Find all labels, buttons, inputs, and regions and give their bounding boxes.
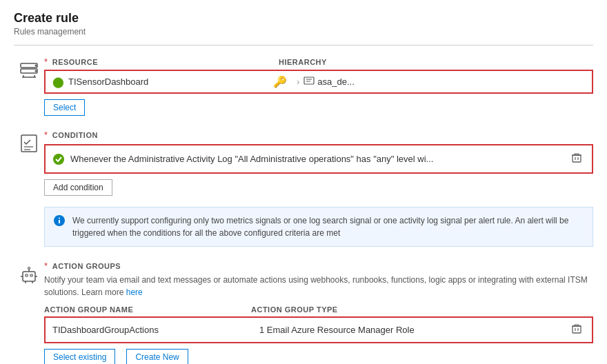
select-resource-button[interactable]: Select bbox=[44, 99, 85, 116]
svg-rect-10 bbox=[21, 135, 37, 152]
hierarchy-label: HIERARCHY bbox=[279, 58, 327, 66]
svg-rect-7 bbox=[304, 77, 314, 84]
svg-rect-31 bbox=[573, 326, 581, 333]
key-icon: 🔑 bbox=[273, 75, 287, 88]
svg-rect-14 bbox=[573, 155, 581, 162]
resource-name-cell: ⬤ TISensorDashboard bbox=[52, 76, 273, 88]
action-groups-description: Notify your team via email and text mess… bbox=[44, 274, 593, 299]
add-condition-button[interactable]: Add condition bbox=[44, 179, 112, 196]
condition-text: Whenever the Administrative Activity Log… bbox=[70, 154, 568, 164]
svg-rect-1 bbox=[21, 69, 37, 73]
create-new-button[interactable]: Create New bbox=[126, 349, 188, 364]
condition-label: CONDITION bbox=[52, 131, 98, 139]
select-existing-button[interactable]: Select existing bbox=[44, 349, 115, 364]
svg-rect-23 bbox=[26, 274, 28, 276]
svg-rect-35 bbox=[575, 325, 579, 326]
ag-data-row: TIDashboardGroupActions 1 Email Azure Re… bbox=[44, 316, 593, 343]
resource-hierarchy-cell: 🔑 › asa_de... bbox=[273, 75, 585, 88]
resource-green-dot-icon: ⬤ bbox=[52, 76, 64, 88]
condition-required-star: * bbox=[44, 130, 48, 140]
header-divider bbox=[14, 45, 593, 46]
action-groups-section: * ACTION GROUPS Notify your team via ema… bbox=[14, 261, 593, 364]
svg-rect-18 bbox=[575, 154, 579, 155]
info-text: We currently support configuring only tw… bbox=[72, 214, 584, 239]
action-groups-required-star: * bbox=[44, 261, 48, 271]
resource-section: * RESOURCE HIERARCHY ⬤ TISensorDashboard… bbox=[14, 57, 593, 116]
svg-rect-22 bbox=[23, 272, 35, 281]
resource-data-row: ⬤ TISensorDashboard 🔑 › asa_de... bbox=[44, 70, 593, 94]
delete-ag-icon[interactable] bbox=[568, 322, 585, 338]
ag-table-header: ACTION GROUP NAME ACTION GROUP TYPE bbox=[44, 305, 593, 314]
action-groups-section-icon bbox=[14, 261, 44, 285]
chevron-right-icon: › bbox=[297, 77, 299, 87]
svg-point-13 bbox=[53, 154, 64, 165]
info-box: We currently support configuring only tw… bbox=[44, 207, 593, 247]
resource-required-star: * bbox=[44, 57, 48, 67]
condition-icon bbox=[18, 132, 40, 154]
condition-row: Whenever the Administrative Activity Log… bbox=[44, 144, 593, 174]
ag-col-type-header: ACTION GROUP TYPE bbox=[251, 305, 593, 314]
action-groups-content: * ACTION GROUPS Notify your team via ema… bbox=[44, 261, 593, 364]
delete-condition-icon[interactable] bbox=[568, 151, 585, 167]
page-title: Create rule bbox=[14, 11, 593, 26]
svg-rect-24 bbox=[30, 274, 32, 276]
svg-point-3 bbox=[35, 70, 37, 72]
resource-section-icon bbox=[14, 57, 44, 81]
ag-name-cell: TIDashboardGroupActions bbox=[52, 325, 259, 335]
resource-icon bbox=[18, 59, 40, 81]
resource-content: * RESOURCE HIERARCHY ⬤ TISensorDashboard… bbox=[44, 57, 593, 116]
page-subtitle: Rules management bbox=[14, 27, 593, 37]
ag-col-name-header: ACTION GROUP NAME bbox=[44, 305, 251, 314]
svg-point-26 bbox=[28, 267, 30, 270]
learn-more-link[interactable]: here bbox=[126, 287, 143, 297]
resource-label: RESOURCE bbox=[52, 58, 98, 66]
action-groups-icon bbox=[18, 263, 40, 285]
condition-section-icon bbox=[14, 130, 44, 154]
resource-name: TISensorDashboard bbox=[68, 77, 148, 87]
svg-point-21 bbox=[59, 218, 60, 219]
condition-check-icon bbox=[52, 153, 65, 165]
hierarchy-value: asa_de... bbox=[317, 77, 355, 87]
action-groups-label: ACTION GROUPS bbox=[52, 262, 121, 270]
condition-content: * CONDITION Whenever the Administrative … bbox=[44, 130, 593, 247]
info-icon bbox=[53, 214, 66, 230]
ag-buttons-row: Select existing Create New bbox=[44, 349, 593, 364]
ag-type-cell: 1 Email Azure Resource Manager Role bbox=[259, 325, 568, 335]
condition-section: * CONDITION Whenever the Administrative … bbox=[14, 130, 593, 247]
svg-point-2 bbox=[35, 65, 37, 67]
svg-rect-0 bbox=[21, 63, 37, 68]
asa-icon bbox=[304, 75, 315, 88]
